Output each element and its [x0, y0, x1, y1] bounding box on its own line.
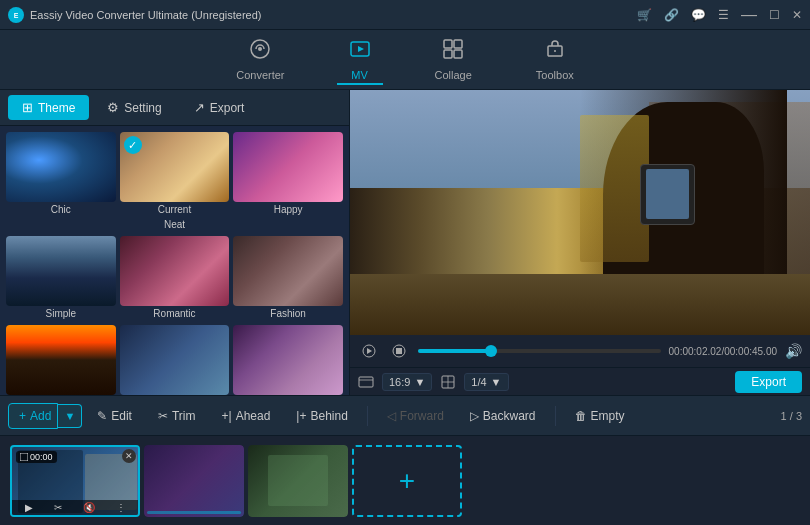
timeline-clip-3[interactable] — [248, 445, 348, 517]
theme-item-business[interactable]: Business — [120, 325, 230, 395]
toolbar-item-collage[interactable]: Collage — [423, 34, 484, 85]
cart-icon[interactable]: 🛒 — [637, 8, 652, 22]
stop-button[interactable] — [388, 340, 410, 362]
add-label: Add — [30, 409, 51, 423]
theme-item-romantic[interactable]: Romantic — [120, 236, 230, 321]
behind-icon: |+ — [296, 409, 306, 423]
video-info-bar: 16:9 ▼ 1/4 ▼ Export — [350, 367, 810, 395]
maximize-icon[interactable]: ☐ — [769, 8, 780, 22]
trash-icon: 🗑 — [575, 409, 587, 423]
app-icon: E — [8, 7, 24, 23]
forward-button[interactable]: ◁ Forward — [376, 403, 455, 429]
behind-label: Behind — [310, 409, 347, 423]
volume-icon[interactable]: 🔊 — [785, 343, 802, 359]
add-main-button[interactable]: + Add — [8, 403, 58, 429]
theme-tab-icon: ⊞ — [22, 100, 33, 115]
chat-icon[interactable]: 💬 — [691, 8, 706, 22]
clip-play-icon[interactable]: ▶ — [25, 502, 33, 513]
theme-label-simple: Simple — [6, 306, 116, 321]
theme-thumb-wedding — [233, 325, 343, 395]
clip-split-icon[interactable]: ⋮ — [116, 502, 126, 513]
neat-check-icon: ✓ — [124, 136, 142, 154]
close-icon[interactable]: ✕ — [792, 8, 802, 22]
theme-item-travel[interactable]: Travel — [6, 325, 116, 395]
svg-rect-5 — [444, 40, 452, 48]
theme-item-wedding[interactable]: Wedding — [233, 325, 343, 395]
theme-label-fashion: Fashion — [233, 306, 343, 321]
theme-item-chic[interactable]: Chic — [6, 132, 116, 232]
svg-rect-15 — [359, 377, 373, 387]
export-tab-label: Export — [210, 101, 245, 115]
page-indicator: 1 / 3 — [781, 410, 802, 422]
empty-button[interactable]: 🗑 Empty — [564, 403, 636, 429]
clip-1-controls: ▶ ✂ 🔇 ⋮ — [12, 500, 138, 515]
theme-thumb-neat: ✓ — [120, 132, 230, 202]
export-button[interactable]: Export — [735, 371, 802, 393]
clip-time-icon — [20, 453, 28, 461]
quality-arrow: ▼ — [491, 376, 502, 388]
progress-bar[interactable] — [418, 349, 661, 353]
forward-arrow-icon: ◁ — [387, 409, 396, 423]
ahead-label: Ahead — [236, 409, 271, 423]
export-tab-icon: ↗ — [194, 100, 205, 115]
aspect-ratio-arrow: ▼ — [414, 376, 425, 388]
quality-icon — [440, 374, 456, 390]
toolbar-item-converter[interactable]: Converter — [224, 34, 296, 85]
quality-value: 1/4 — [471, 376, 486, 388]
theme-item-simple[interactable]: Simple — [6, 236, 116, 321]
progress-fill — [418, 349, 491, 353]
toolbar-item-toolbox[interactable]: Toolbox — [524, 34, 586, 85]
add-clip-button[interactable]: + — [352, 445, 462, 517]
add-dropdown-button[interactable]: ▼ — [58, 404, 82, 428]
edit-button[interactable]: ✎ Edit — [86, 403, 143, 429]
aspect-ratio-select[interactable]: 16:9 ▼ — [382, 373, 432, 391]
quality-select[interactable]: 1/4 ▼ — [464, 373, 508, 391]
empty-label: Empty — [591, 409, 625, 423]
tab-setting[interactable]: ⚙ Setting — [93, 95, 175, 120]
link-icon[interactable]: 🔗 — [664, 8, 679, 22]
video-controls: 00:00:02.02/00:00:45.00 🔊 — [350, 335, 810, 367]
clip-cut-icon[interactable]: ✂ — [54, 502, 62, 513]
theme-item-neat[interactable]: ✓ Current Neat — [120, 132, 230, 232]
theme-item-happy[interactable]: Happy — [233, 132, 343, 232]
panel-tabs: ⊞ Theme ⚙ Setting ↗ Export — [0, 90, 349, 126]
backward-button[interactable]: ▷ Backward — [459, 403, 547, 429]
theme-thumb-business — [120, 325, 230, 395]
clip-1-close-button[interactable]: ✕ — [122, 449, 136, 463]
theme-label-happy: Happy — [233, 202, 343, 217]
trim-label: Trim — [172, 409, 196, 423]
timeline: 00:00 ✕ ▶ ✂ 🔇 ⋮ + — [0, 435, 810, 525]
timeline-clip-2[interactable] — [144, 445, 244, 517]
mv-icon — [349, 38, 371, 65]
toolbar-item-mv[interactable]: MV — [337, 34, 383, 85]
theme-item-fashion[interactable]: Fashion — [233, 236, 343, 321]
clip-1-time: 00:00 — [30, 452, 53, 462]
toolbox-icon — [544, 38, 566, 65]
add-button-group: + Add ▼ — [8, 403, 82, 429]
tab-theme[interactable]: ⊞ Theme — [8, 95, 89, 120]
theme-label-current: Current — [120, 202, 230, 217]
collage-label: Collage — [435, 69, 472, 81]
separator-1 — [367, 406, 368, 426]
backward-label: Backward — [483, 409, 536, 423]
play-button[interactable] — [358, 340, 380, 362]
theme-thumb-chic — [6, 132, 116, 202]
ahead-icon: +| — [222, 409, 232, 423]
minimize-icon[interactable]: — — [741, 6, 757, 24]
clip-1-time-badge: 00:00 — [16, 451, 57, 463]
backward-arrow-icon: ▷ — [470, 409, 479, 423]
trim-button[interactable]: ✂ Trim — [147, 403, 207, 429]
setting-tab-icon: ⚙ — [107, 100, 119, 115]
theme-thumb-simple — [6, 236, 116, 306]
clip-mute-icon[interactable]: 🔇 — [83, 502, 95, 513]
svg-rect-8 — [454, 50, 462, 58]
ahead-button[interactable]: +| Ahead — [211, 403, 282, 429]
clip-icon — [358, 374, 374, 390]
tab-export[interactable]: ↗ Export — [180, 95, 259, 120]
behind-button[interactable]: |+ Behind — [285, 403, 359, 429]
add-plus-icon: + — [19, 409, 26, 423]
separator-2 — [555, 406, 556, 426]
timeline-clip-1[interactable]: 00:00 ✕ ▶ ✂ 🔇 ⋮ — [10, 445, 140, 517]
svg-rect-7 — [444, 50, 452, 58]
menu-icon[interactable]: ☰ — [718, 8, 729, 22]
